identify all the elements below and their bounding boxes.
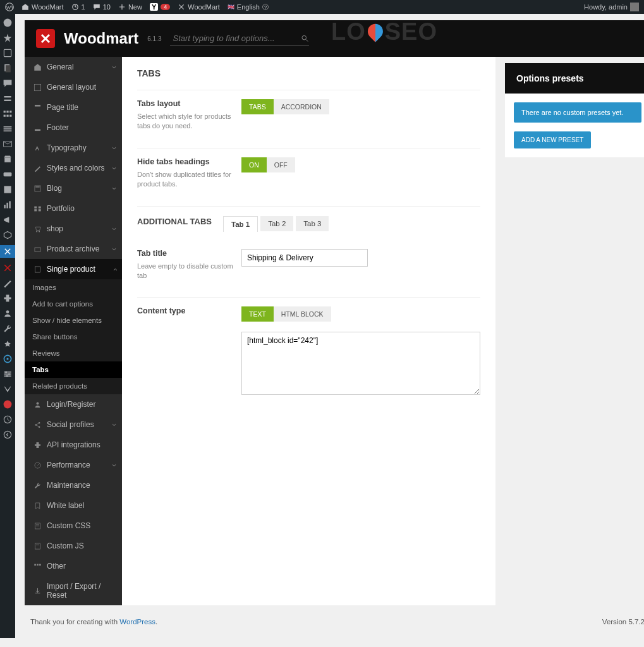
svg-point-47: [39, 231, 40, 232]
analytics-icon[interactable]: [3, 200, 13, 210]
svg-rect-19: [4, 186, 11, 193]
wp-logo[interactable]: [5, 3, 14, 11]
svg-point-46: [36, 231, 37, 232]
tab-title-input[interactable]: [241, 249, 368, 267]
content-type-label: Content type: [137, 306, 241, 315]
nav-performance[interactable]: Performance: [25, 455, 122, 475]
svg-rect-59: [36, 544, 39, 545]
ic27[interactable]: [3, 414, 13, 425]
ic11[interactable]: [3, 169, 13, 179]
svg-text:A: A: [35, 145, 40, 151]
appearance-icon[interactable]: [3, 278, 13, 288]
pin-icon[interactable]: [3, 33, 13, 43]
nav-styles[interactable]: Styles and colors: [25, 158, 122, 178]
svg-rect-60: [34, 564, 36, 565]
plugins-icon[interactable]: [3, 293, 13, 303]
add-preset-button[interactable]: ADD A NEW PRESET: [514, 131, 591, 148]
nav-typography[interactable]: ATypography: [25, 138, 122, 158]
avatar: [630, 3, 639, 11]
svg-rect-61: [37, 564, 39, 565]
lang-link[interactable]: 🇬🇧English ?: [228, 3, 269, 11]
comments-link[interactable]: 10: [93, 3, 111, 11]
sub-reviews[interactable]: Reviews: [25, 345, 122, 361]
ic26[interactable]: [3, 399, 13, 409]
svg-rect-15: [4, 130, 12, 131]
tools-icon[interactable]: [3, 324, 13, 334]
yoast-link[interactable]: Y4: [150, 3, 170, 11]
ic15[interactable]: [3, 230, 13, 240]
users-icon[interactable]: [3, 308, 13, 318]
nav-product-archive[interactable]: Product archive: [25, 239, 122, 259]
svg-rect-37: [35, 104, 40, 106]
sub-showhide[interactable]: Show / hide elements: [25, 312, 122, 329]
additional-tab-3[interactable]: Tab 3: [296, 216, 329, 231]
hide-headings-on[interactable]: ON: [241, 157, 267, 172]
dashboard-icon[interactable]: [3, 18, 13, 28]
nav-css[interactable]: Custom CSS: [25, 516, 122, 536]
svg-rect-36: [34, 84, 40, 90]
pages-icon[interactable]: [3, 63, 13, 73]
nav-social[interactable]: Social profiles: [25, 414, 122, 435]
howdy-link[interactable]: Howdy, admin: [584, 3, 639, 11]
nav-single-product[interactable]: Single product: [25, 259, 122, 279]
theme-search[interactable]: [170, 31, 309, 46]
nav-general-layout[interactable]: General layout: [25, 77, 122, 97]
ic6[interactable]: [3, 94, 13, 104]
collapse-icon[interactable]: [3, 430, 13, 440]
content-textarea[interactable]: [241, 332, 480, 395]
content-type-html[interactable]: HTML BLOCK: [274, 306, 331, 322]
nav-api[interactable]: API integrations: [25, 435, 122, 455]
mail-icon[interactable]: [3, 139, 13, 149]
settings-content: TABS Tabs layout Select which style for …: [122, 57, 495, 605]
media-icon[interactable]: [3, 48, 13, 58]
settings-icon[interactable]: [3, 369, 13, 379]
search-input[interactable]: [170, 31, 301, 45]
additional-tab-1[interactable]: Tab 1: [223, 216, 258, 232]
nav-portfolio[interactable]: Portfolio: [25, 198, 122, 219]
ic23[interactable]: [3, 354, 13, 364]
theme-header: Woodmart 6.1.3 LOSEO: [25, 20, 644, 57]
content-type-text[interactable]: TEXT: [241, 306, 274, 322]
ic10[interactable]: [3, 154, 13, 164]
nav-footer[interactable]: Footer: [25, 118, 122, 138]
site-link[interactable]: WoodMart: [21, 3, 64, 11]
sub-cart[interactable]: Add to cart options: [25, 296, 122, 312]
nav-maintenance[interactable]: Maintenance: [25, 475, 122, 495]
theme-version: 6.1.3: [147, 35, 161, 42]
hide-headings-label: Hide tabs headings: [137, 157, 241, 166]
nav-import[interactable]: Import / Export / Reset: [25, 576, 122, 605]
new-link[interactable]: New: [118, 3, 142, 11]
nav-page-title[interactable]: Page title: [25, 97, 122, 118]
wordpress-link[interactable]: WordPress: [119, 618, 155, 626]
sub-tabs[interactable]: Tabs: [25, 361, 122, 378]
ic12[interactable]: [3, 184, 13, 195]
sub-related[interactable]: Related products: [25, 378, 122, 394]
updates-link[interactable]: 1: [71, 3, 85, 11]
marketing-icon[interactable]: [3, 215, 13, 225]
yoast-icon[interactable]: [3, 384, 13, 394]
svg-rect-38: [35, 129, 40, 131]
theme-link[interactable]: WoodMart: [178, 3, 220, 11]
sub-share[interactable]: Share buttons: [25, 329, 122, 345]
svg-point-32: [4, 401, 12, 409]
ic22[interactable]: [3, 339, 13, 349]
nav-js[interactable]: Custom JS: [25, 536, 122, 556]
hide-headings-off[interactable]: OFF: [267, 157, 295, 172]
tabs-layout-accordion[interactable]: ACCORDION: [274, 99, 329, 114]
nav-general[interactable]: General: [25, 57, 122, 77]
additional-tab-2[interactable]: Tab 2: [260, 216, 293, 231]
comments-icon[interactable]: [3, 78, 13, 88]
svg-point-35: [302, 35, 307, 40]
sub-images[interactable]: Images: [25, 279, 122, 296]
search-icon: [301, 34, 309, 43]
theme-active-icon[interactable]: [0, 245, 15, 258]
ic7[interactable]: [3, 109, 13, 119]
ic8[interactable]: [3, 124, 13, 134]
tabs-layout-tabs[interactable]: TABS: [241, 99, 274, 114]
nav-other[interactable]: Other: [25, 556, 122, 576]
nav-whitelabel[interactable]: White label: [25, 495, 122, 516]
nav-login[interactable]: Login/Register: [25, 394, 122, 414]
nav-shop[interactable]: shop: [25, 219, 122, 239]
nav-blog[interactable]: Blog: [25, 178, 122, 198]
ic17[interactable]: [3, 263, 13, 273]
